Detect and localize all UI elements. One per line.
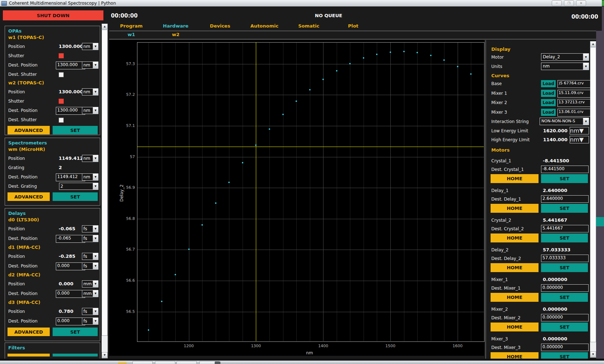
units-dropdown[interactable]: fs▼ xyxy=(82,318,98,325)
tab-hardware[interactable]: Hardware xyxy=(154,22,198,31)
units-dropdown[interactable]: fs▼ xyxy=(82,225,98,232)
taskbar-icon[interactable] xyxy=(215,361,220,364)
chevron-down-icon[interactable]: ▼ xyxy=(93,155,98,162)
units-dropdown[interactable]: nm ▼ xyxy=(570,127,589,134)
tab-devices[interactable]: Devices xyxy=(198,22,242,31)
curve-file-input[interactable]: )5 67764.crv xyxy=(557,80,591,88)
dest-motor-input[interactable]: 0.000000 xyxy=(541,284,589,292)
tuning-curve-plot[interactable]: 1200130014001500160056.556.656.756.856.9… xyxy=(109,40,484,356)
taskbar-button[interactable] xyxy=(132,361,153,364)
dest-motor-input[interactable]: 0.000000 xyxy=(541,314,589,321)
set-button[interactable]: SET xyxy=(53,328,98,336)
dest-motor-input[interactable]: 5.441667 xyxy=(541,225,589,232)
chevron-down-icon[interactable]: ▼ xyxy=(583,63,589,70)
scrollbar-thumb[interactable] xyxy=(590,47,596,342)
dest-shutter-checkbox[interactable] xyxy=(59,118,64,123)
units-dropdown[interactable]: nm▼ xyxy=(82,43,98,50)
scroll-down-icon[interactable]: ▼ xyxy=(590,351,596,357)
units-dropdown[interactable]: mm▼ xyxy=(82,280,98,287)
interaction-string-dropdown[interactable]: NON-NON-NON-S ▼ xyxy=(540,118,589,125)
dest-position-input[interactable]: 0.000 xyxy=(56,290,85,298)
units-dropdown[interactable]: fs▼ xyxy=(82,308,98,315)
load-button[interactable]: Load xyxy=(541,80,556,87)
set-button[interactable]: SET xyxy=(53,126,98,134)
subtab-w1[interactable]: w1 xyxy=(109,31,154,39)
set-button[interactable]: SET xyxy=(541,174,588,183)
set-button[interactable]: SET xyxy=(541,233,588,242)
chevron-down-icon[interactable]: ▼ xyxy=(93,174,98,180)
units-dropdown[interactable]: nm▼ xyxy=(82,107,98,114)
scroll-up-icon[interactable]: ▲ xyxy=(102,24,108,29)
chevron-down-icon[interactable]: ▼ xyxy=(93,253,98,260)
chevron-down-icon[interactable]: ▼ xyxy=(583,118,589,125)
load-button[interactable]: Load xyxy=(541,90,556,97)
home-button[interactable]: HOME xyxy=(491,263,539,272)
shut-down-button[interactable]: SHUT DOWN xyxy=(3,10,103,20)
set-button[interactable]: SET xyxy=(53,192,98,201)
load-button[interactable]: Load xyxy=(541,109,556,116)
home-button[interactable]: HOME xyxy=(491,293,539,302)
scroll-down-icon[interactable]: ▼ xyxy=(102,352,108,358)
units-dropdown[interactable]: nm ▼ xyxy=(82,155,98,162)
tab-autonomic[interactable]: Autonomic xyxy=(242,22,287,31)
units-dropdown[interactable]: nm ▼ xyxy=(570,136,589,143)
home-button[interactable]: HOME xyxy=(491,352,539,359)
right-panel-scrollbar[interactable]: ▲ ▼ xyxy=(590,41,596,358)
curve-file-input[interactable]: 13.06.01.crv xyxy=(557,109,591,117)
chevron-down-icon[interactable]: ▼ xyxy=(93,89,98,95)
chevron-down-icon[interactable]: ▼ xyxy=(579,127,584,134)
dest-shutter-checkbox[interactable] xyxy=(59,72,64,77)
units-dropdown[interactable]: nm ▼ xyxy=(82,173,98,181)
advanced-button[interactable]: ADVANCED xyxy=(8,328,50,336)
dest-motor-input[interactable]: -8.441500 xyxy=(541,166,589,173)
home-button[interactable]: HOME xyxy=(491,204,539,213)
dest-motor-input[interactable]: 0.000000 xyxy=(541,344,589,351)
chevron-down-icon[interactable]: ▼ xyxy=(93,263,98,269)
home-button[interactable]: HOME xyxy=(491,323,539,331)
units-dropdown[interactable]: fs▼ xyxy=(82,253,98,260)
taskbar-button[interactable] xyxy=(176,361,197,364)
chevron-down-icon[interactable]: ▼ xyxy=(93,62,98,68)
chevron-down-icon[interactable]: ▼ xyxy=(93,290,98,297)
set-button[interactable]: SET xyxy=(541,352,588,359)
units-dropdown[interactable]: fs▼ xyxy=(82,235,98,242)
units-dropdown[interactable]: nm▼ xyxy=(82,88,98,95)
chevron-down-icon[interactable]: ▼ xyxy=(93,318,98,324)
units-dropdown[interactable]: fs▼ xyxy=(82,262,98,270)
curve-file-input[interactable]: 13 37213.crv xyxy=(557,99,591,107)
dest-grating-dropdown[interactable]: 2 ▼ xyxy=(59,183,98,190)
advanced-button[interactable]: ADVANCED xyxy=(8,192,50,201)
dest-position-input[interactable]: 1149.412 xyxy=(56,173,85,181)
chevron-down-icon[interactable]: ▼ xyxy=(579,136,584,143)
units-dropdown[interactable]: mm▼ xyxy=(82,290,98,297)
dest-motor-input[interactable]: 57.033333 xyxy=(541,255,589,262)
load-button[interactable]: Load xyxy=(541,99,556,106)
subtab-w2[interactable]: w2 xyxy=(154,31,198,39)
restore-icon[interactable]: ❐ xyxy=(564,0,574,6)
dest-motor-input[interactable]: 2.640000 xyxy=(541,195,589,203)
home-button[interactable]: HOME xyxy=(491,174,539,183)
folder-icon[interactable] xyxy=(118,361,127,364)
dest-position-input[interactable]: -0.065 xyxy=(56,235,85,243)
chevron-down-icon[interactable]: ▼ xyxy=(583,54,589,60)
sidebar-scrollbar[interactable]: ▲ ▼ xyxy=(102,24,108,358)
curve-file-input[interactable]: 15.11.09.crv xyxy=(557,90,591,98)
dest-position-input[interactable]: 0.000 xyxy=(56,262,85,270)
units-dropdown[interactable]: nm ▼ xyxy=(541,63,589,70)
chevron-down-icon[interactable]: ▼ xyxy=(93,308,98,315)
chevron-down-icon[interactable]: ▼ xyxy=(93,183,98,190)
advanced-button[interactable] xyxy=(8,354,50,356)
home-button[interactable]: HOME xyxy=(491,233,539,242)
set-button[interactable]: SET xyxy=(541,263,588,272)
tab-somatic[interactable]: Somatic xyxy=(287,22,331,31)
advanced-button[interactable]: ADVANCED xyxy=(8,126,50,134)
units-dropdown[interactable]: nm▼ xyxy=(82,62,98,69)
chevron-down-icon[interactable]: ▼ xyxy=(93,281,98,287)
scroll-up-icon[interactable]: ▲ xyxy=(590,41,596,47)
set-button[interactable]: SET xyxy=(541,293,588,302)
tab-plot[interactable]: Plot xyxy=(331,22,375,31)
set-button[interactable]: SET xyxy=(541,323,588,331)
chevron-down-icon[interactable]: ▼ xyxy=(93,43,98,50)
dest-position-input[interactable]: 0.000 xyxy=(56,318,85,325)
close-icon[interactable]: ✕ xyxy=(576,0,586,6)
